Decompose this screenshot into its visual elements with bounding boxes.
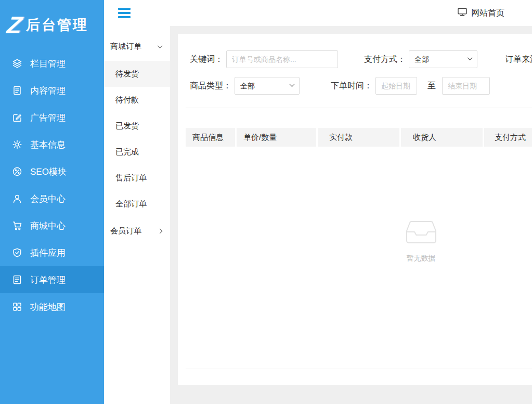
table-header-row: 商品信息 单价/数量 实付款 收货人 支付方式 xyxy=(186,128,532,147)
sidebar-item-content[interactable]: 内容管理 xyxy=(0,77,104,104)
filter-row-1: 关键词： 支付方式： 全部 订单来源： xyxy=(186,50,532,68)
col-header-payment: 支付方式 xyxy=(484,128,532,147)
sidebar-item-label: 商城中心 xyxy=(30,220,66,232)
sidebar-item-orders[interactable]: 订单管理 xyxy=(0,266,104,293)
keyword-label: 关键词： xyxy=(190,54,223,65)
chevron-right-icon xyxy=(158,229,163,234)
sidebar-item-columns[interactable]: 栏目管理 xyxy=(0,50,104,77)
sidebar-item-basic-info[interactable]: 基本信息 xyxy=(0,131,104,158)
col-header-product-info: 商品信息 xyxy=(186,128,235,147)
sidebar-item-label: 基本信息 xyxy=(30,139,66,151)
col-header-consignee: 收货人 xyxy=(401,128,483,147)
submenu-item-shipped[interactable]: 已发货 xyxy=(104,113,170,139)
filter-row-2: 商品类型： 全部 下单时间： 至 xyxy=(186,77,532,95)
topbar: 网站首页 xyxy=(104,0,532,26)
keyword-input[interactable] xyxy=(226,50,338,68)
sidebar-item-label: 插件应用 xyxy=(30,247,66,259)
brand-logo: Z 后台管理 xyxy=(0,0,104,50)
submenu-group-label: 商城订单 xyxy=(110,42,141,51)
seo-link-icon xyxy=(11,166,23,177)
shield-check-icon xyxy=(11,247,23,258)
monitor-icon xyxy=(457,7,468,19)
sidebar-item-label: 内容管理 xyxy=(30,85,66,97)
user-icon xyxy=(11,193,23,204)
logo-z-icon: Z xyxy=(6,13,24,37)
product-type-label: 商品类型： xyxy=(190,81,231,92)
submenu-item-label: 已完成 xyxy=(115,147,139,157)
sidebar-item-label: 会员中心 xyxy=(30,193,66,205)
empty-inbox-icon xyxy=(404,219,438,247)
brand-title: 后台管理 xyxy=(26,16,88,34)
gear-icon xyxy=(11,139,23,150)
sidebar-item-label: 栏目管理 xyxy=(30,58,66,70)
sidebar-item-plugins[interactable]: 插件应用 xyxy=(0,239,104,266)
sidebar-item-ads[interactable]: 广告管理 xyxy=(0,104,104,131)
layers-icon xyxy=(11,58,23,69)
ad-edit-icon xyxy=(11,112,23,123)
submenu-item-pending-pay[interactable]: 待付款 xyxy=(104,87,170,113)
end-date-input[interactable] xyxy=(442,77,490,95)
admin-app: Z 后台管理 栏目管理 内容管理 广告管理 基本信息 SEO模块 会员中心 xyxy=(0,0,532,404)
col-header-paid: 实付款 xyxy=(318,128,399,147)
col-header-price-qty: 单价/数量 xyxy=(237,128,316,147)
to-label: 至 xyxy=(427,81,436,92)
order-submenu: 商城订单 待发货 待付款 已发货 已完成 售后订单 xyxy=(104,26,170,404)
chevron-down-icon xyxy=(158,43,163,48)
sidebar-item-seo[interactable]: SEO模块 xyxy=(0,158,104,185)
product-type-select-wrap: 全部 xyxy=(235,77,300,95)
sidebar-item-label: 功能地图 xyxy=(30,301,66,313)
payment-method-label: 支付方式： xyxy=(364,54,406,65)
product-type-select[interactable]: 全部 xyxy=(235,77,300,95)
sidebar-item-members[interactable]: 会员中心 xyxy=(0,185,104,212)
payment-method-select-wrap: 全部 xyxy=(409,50,477,68)
sidebar: Z 后台管理 栏目管理 内容管理 广告管理 基本信息 SEO模块 会员中心 xyxy=(0,0,104,404)
sidebar-item-label: 订单管理 xyxy=(30,274,66,286)
submenu-item-pending-ship[interactable]: 待发货 xyxy=(104,61,170,87)
divider xyxy=(186,369,532,369)
submenu-item-label: 全部订单 xyxy=(115,199,147,209)
cart-icon xyxy=(11,220,23,231)
hamburger-menu-icon[interactable] xyxy=(118,8,131,18)
order-source-label: 订单来源： xyxy=(505,54,532,65)
body-row: 商城订单 待发货 待付款 已发货 已完成 售后订单 xyxy=(104,26,532,404)
submenu-item-aftersale[interactable]: 售后订单 xyxy=(104,165,170,191)
submenu-group-member-orders[interactable]: 会员订单 xyxy=(104,217,170,245)
order-list-icon xyxy=(11,274,23,285)
sidebar-item-mall[interactable]: 商城中心 xyxy=(0,212,104,239)
sidebar-item-sitemap[interactable]: 功能地图 xyxy=(0,293,104,320)
submenu-group-mall-orders[interactable]: 商城订单 xyxy=(104,32,170,61)
payment-method-select[interactable]: 全部 xyxy=(409,50,477,68)
site-home-label: 网站首页 xyxy=(471,8,504,19)
sidebar-item-label: SEO模块 xyxy=(30,166,67,178)
sidebar-item-label: 广告管理 xyxy=(30,112,66,124)
submenu-item-completed[interactable]: 已完成 xyxy=(104,139,170,165)
orders-panel: 关键词： 支付方式： 全部 订单来源： 商品类型： xyxy=(178,34,532,385)
grid-icon xyxy=(11,301,23,312)
document-icon xyxy=(11,85,23,96)
empty-state-text: 暂无数据 xyxy=(407,254,436,263)
submenu-item-label: 已发货 xyxy=(115,121,139,131)
site-home-link[interactable]: 网站首页 xyxy=(457,7,504,19)
empty-state: 暂无数据 xyxy=(186,219,532,263)
main-content: 关键词： 支付方式： 全部 订单来源： 商品类型： xyxy=(170,26,532,404)
submenu-group-label: 会员订单 xyxy=(110,226,141,236)
submenu-item-all-orders[interactable]: 全部订单 xyxy=(104,191,170,217)
right-region: 网站首页 商城订单 待发货 待付款 已发货 已完成 xyxy=(104,0,532,404)
submenu-item-label: 待发货 xyxy=(115,69,139,79)
start-date-input[interactable] xyxy=(375,77,417,95)
submenu-item-label: 售后订单 xyxy=(115,173,147,183)
divider xyxy=(186,108,532,108)
submenu-item-label: 待付款 xyxy=(115,95,139,105)
order-time-label: 下单时间： xyxy=(331,81,372,92)
